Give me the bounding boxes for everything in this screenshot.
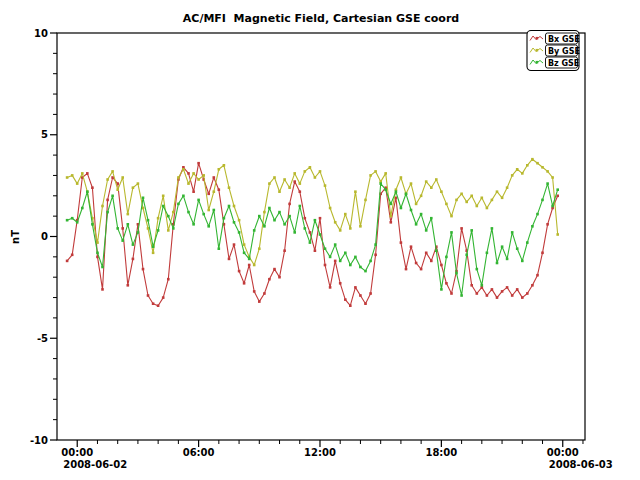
- data-point-marker: [223, 164, 226, 167]
- data-point-marker: [425, 229, 428, 232]
- data-point-marker: [283, 223, 286, 226]
- data-point-marker: [516, 288, 519, 291]
- data-point-marker: [309, 231, 312, 234]
- data-point-marker: [253, 229, 256, 232]
- data-point-marker: [228, 205, 231, 208]
- series-by-gse: [66, 158, 559, 266]
- data-point-marker: [415, 262, 418, 265]
- data-point-marker: [521, 260, 524, 263]
- data-point-marker: [369, 292, 372, 295]
- data-point-marker: [207, 225, 210, 228]
- data-point-marker: [202, 174, 205, 177]
- data-point-marker: [546, 223, 549, 226]
- data-point-marker: [127, 284, 130, 287]
- data-point-marker: [546, 182, 549, 185]
- data-point-marker: [233, 243, 236, 246]
- data-point-marker: [496, 296, 499, 299]
- data-point-marker: [359, 225, 362, 228]
- data-point-marker: [541, 252, 544, 255]
- data-point-marker: [268, 278, 271, 281]
- data-point-marker: [344, 298, 347, 301]
- data-point-marker: [86, 190, 89, 193]
- data-point-marker: [172, 211, 175, 214]
- data-point-marker: [445, 203, 448, 206]
- data-point-marker: [496, 190, 499, 193]
- data-point-marker: [349, 227, 352, 230]
- data-point-marker: [273, 176, 276, 179]
- data-point-marker: [96, 252, 99, 255]
- data-point-marker: [486, 207, 489, 210]
- data-point-marker: [465, 201, 468, 204]
- data-point-marker: [440, 264, 443, 267]
- data-point-marker: [132, 258, 135, 261]
- data-point-marker: [491, 199, 494, 202]
- data-point-marker: [106, 178, 109, 181]
- data-point-marker: [541, 166, 544, 169]
- data-point-marker: [319, 233, 322, 236]
- data-point-marker: [420, 195, 423, 198]
- data-point-marker: [501, 197, 504, 200]
- data-point-marker: [430, 186, 433, 189]
- data-point-marker: [152, 252, 155, 255]
- data-point-marker: [329, 207, 332, 210]
- magnetic-field-chart: AC/MFI Magnetic Field, Cartesian GSE coo…: [0, 0, 640, 480]
- data-point-marker: [162, 296, 165, 299]
- data-point-marker: [283, 178, 286, 181]
- data-point-marker: [410, 245, 413, 248]
- data-point-marker: [248, 258, 251, 261]
- data-point-marker: [374, 254, 377, 257]
- data-point-marker: [162, 205, 165, 208]
- data-point-marker: [207, 193, 210, 196]
- data-point-marker: [496, 262, 499, 265]
- data-point-marker: [425, 252, 428, 255]
- data-point-marker: [354, 256, 357, 259]
- data-point-marker: [127, 213, 130, 216]
- y-tick-label: -10: [30, 435, 48, 446]
- data-point-marker: [506, 258, 509, 261]
- data-point-marker: [228, 186, 231, 189]
- data-point-marker: [405, 268, 408, 271]
- data-point-marker: [197, 199, 200, 202]
- data-point-marker: [410, 182, 413, 185]
- data-point-marker: [420, 213, 423, 216]
- data-point-marker: [354, 190, 357, 193]
- legend-label: By GSE: [548, 47, 580, 56]
- data-point-marker: [415, 223, 418, 226]
- data-point-marker: [207, 209, 210, 212]
- data-point-marker: [127, 223, 130, 226]
- data-point-marker: [374, 170, 377, 173]
- data-point-marker: [213, 209, 216, 212]
- data-point-marker: [167, 229, 170, 232]
- data-point-marker: [299, 190, 302, 193]
- data-point-marker: [516, 168, 519, 171]
- data-point-marker: [390, 221, 393, 224]
- data-point-marker: [268, 207, 271, 210]
- data-point-marker: [213, 176, 216, 179]
- data-point-marker: [101, 288, 104, 291]
- data-point-marker: [132, 243, 135, 246]
- data-point-marker: [121, 239, 124, 242]
- legend-marker-sample: [536, 37, 539, 40]
- data-point-marker: [410, 209, 413, 212]
- data-point-marker: [521, 296, 524, 299]
- data-point-marker: [339, 260, 342, 263]
- data-point-marker: [425, 180, 428, 183]
- data-point-marker: [556, 188, 559, 191]
- data-point-marker: [243, 282, 246, 285]
- data-point-marker: [384, 172, 387, 175]
- data-point-marker: [157, 229, 160, 232]
- data-point-marker: [445, 256, 448, 259]
- data-point-marker: [390, 203, 393, 206]
- data-point-marker: [177, 203, 180, 206]
- data-point-marker: [132, 186, 135, 189]
- data-point-marker: [506, 186, 509, 189]
- data-point-marker: [506, 286, 509, 289]
- data-point-marker: [324, 247, 327, 250]
- data-point-marker: [470, 229, 473, 232]
- data-point-marker: [324, 264, 327, 267]
- data-point-marker: [258, 215, 261, 218]
- data-point-marker: [481, 197, 484, 200]
- data-point-marker: [71, 174, 74, 177]
- data-point-marker: [278, 276, 281, 279]
- data-point-marker: [501, 245, 504, 248]
